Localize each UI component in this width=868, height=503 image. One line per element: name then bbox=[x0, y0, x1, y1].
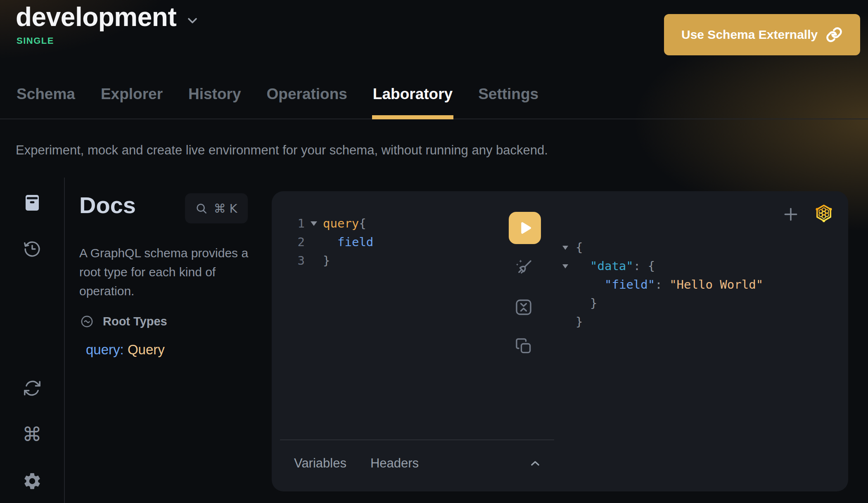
query-line-1: 1 query{ bbox=[286, 214, 373, 233]
line-number: 2 bbox=[286, 233, 305, 252]
copy-query-button[interactable] bbox=[515, 337, 533, 355]
tab-laboratory[interactable]: Laboratory bbox=[372, 85, 453, 119]
book-icon bbox=[22, 192, 42, 213]
use-schema-externally-button[interactable]: Use Schema Externally bbox=[664, 14, 860, 55]
command-icon: ⌘ bbox=[22, 423, 42, 446]
chevron-up-icon bbox=[528, 456, 543, 471]
close-brace: } bbox=[323, 252, 330, 270]
response-line-2: "data": { bbox=[562, 257, 763, 275]
target-selector-chevron-icon[interactable] bbox=[185, 13, 200, 28]
response-line-3: "field": "Hello World" bbox=[562, 275, 763, 294]
line-number: 1 bbox=[286, 214, 305, 233]
link-icon bbox=[825, 26, 843, 43]
fold-arrow-icon[interactable] bbox=[305, 214, 323, 233]
refresh-icon bbox=[23, 379, 42, 398]
tab-history[interactable]: History bbox=[187, 85, 242, 119]
response-line-1: { bbox=[562, 238, 763, 257]
tab-settings[interactable]: Settings bbox=[477, 85, 539, 119]
prettify-broom-icon bbox=[514, 257, 534, 277]
editor-footer: Variables Headers bbox=[280, 439, 554, 491]
query-line-2: 2 field bbox=[286, 233, 373, 252]
query-editor[interactable]: 1 query{ 2 field 3 } bbox=[286, 214, 373, 270]
shortcuts-button[interactable]: ⌘ bbox=[22, 424, 42, 445]
query-keyword: query bbox=[323, 216, 359, 230]
colon: : bbox=[633, 259, 640, 273]
docs-search-button[interactable]: ⌘ K bbox=[185, 193, 248, 223]
tab-schema[interactable]: Schema bbox=[16, 85, 76, 119]
open-brace: { bbox=[576, 238, 583, 257]
hive-logo[interactable] bbox=[813, 203, 834, 223]
add-tab-button[interactable] bbox=[782, 205, 800, 223]
response-line-5: } bbox=[562, 313, 763, 331]
collapse-footer-button[interactable] bbox=[528, 456, 543, 471]
use-schema-externally-label: Use Schema Externally bbox=[681, 28, 818, 42]
root-types-icon bbox=[80, 315, 94, 328]
settings-button[interactable] bbox=[22, 471, 42, 491]
root-query-colon: : bbox=[120, 342, 124, 357]
search-icon bbox=[195, 202, 208, 215]
docs-description: A GraphQL schema provides a root type fo… bbox=[79, 244, 254, 301]
play-icon bbox=[516, 219, 534, 237]
copy-icon bbox=[515, 337, 533, 355]
laboratory-content: ⌘ Docs ⌘ K A GraphQL schema provides a r… bbox=[0, 178, 868, 503]
colon: : bbox=[655, 278, 662, 292]
root-types-section: Root Types bbox=[80, 315, 167, 328]
gear-icon bbox=[22, 471, 42, 491]
response-line-4: } bbox=[562, 294, 763, 313]
single-badge: SINGLE bbox=[17, 36, 54, 46]
plus-icon bbox=[782, 205, 800, 223]
root-query-type[interactable]: Query bbox=[128, 342, 165, 357]
merge-fragments-button[interactable] bbox=[514, 297, 534, 317]
history-panel-button[interactable] bbox=[23, 240, 42, 259]
merge-icon bbox=[514, 297, 534, 317]
variables-tab[interactable]: Variables bbox=[294, 456, 346, 471]
root-query-field: query bbox=[86, 342, 120, 357]
docs-panel: Docs ⌘ K A GraphQL schema provides a roo… bbox=[79, 178, 259, 503]
docs-heading: Docs bbox=[79, 192, 136, 218]
root-types-label: Root Types bbox=[103, 315, 167, 328]
graphiql-editor-card: 1 query{ 2 field 3 } bbox=[272, 191, 848, 491]
root-query-link[interactable]: query: Query bbox=[86, 342, 165, 358]
response-key-data: "data" bbox=[590, 259, 633, 273]
headers-tab[interactable]: Headers bbox=[370, 456, 419, 471]
reload-schema-button[interactable] bbox=[23, 379, 42, 398]
line-number: 3 bbox=[286, 252, 305, 270]
hive-hexagon-icon bbox=[813, 203, 834, 223]
tab-operations[interactable]: Operations bbox=[266, 85, 348, 119]
laboratory-sidebar: ⌘ bbox=[0, 178, 65, 503]
page-header: development SINGLE Use Schema Externally… bbox=[0, 0, 868, 119]
query-line-3: 3 } bbox=[286, 252, 373, 270]
fold-arrow-icon[interactable] bbox=[562, 257, 576, 275]
fold-arrow-icon[interactable] bbox=[562, 238, 576, 257]
query-field-token: field bbox=[323, 233, 373, 252]
execute-query-button[interactable] bbox=[509, 212, 541, 244]
target-title: development bbox=[16, 2, 176, 32]
open-brace: { bbox=[359, 216, 366, 230]
response-string-value: "Hello World" bbox=[669, 278, 763, 292]
tab-explorer[interactable]: Explorer bbox=[100, 85, 164, 119]
page-subtitle: Experiment, mock and create live environ… bbox=[16, 143, 548, 158]
close-brace: } bbox=[576, 294, 597, 313]
search-shortcut-label: ⌘ K bbox=[213, 202, 237, 216]
prettify-query-button[interactable] bbox=[514, 257, 534, 277]
close-brace: } bbox=[576, 313, 583, 331]
response-viewer: { "data": { "field": "Hello World" } } bbox=[562, 238, 763, 331]
history-icon bbox=[23, 240, 42, 259]
page-tabs: Schema Explorer History Operations Labor… bbox=[16, 85, 539, 119]
response-key-field: "field" bbox=[605, 278, 655, 292]
docs-panel-button[interactable] bbox=[22, 192, 42, 213]
open-brace: { bbox=[648, 259, 655, 273]
